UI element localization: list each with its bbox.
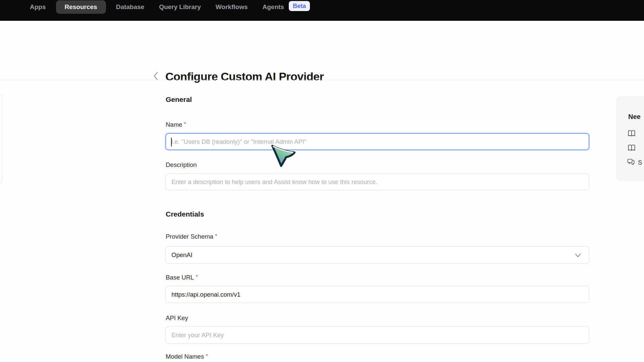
name-field-label: Name*: [166, 121, 186, 128]
back-button[interactable]: [150, 71, 162, 82]
model-names-field-label: Model Names*: [166, 353, 208, 360]
section-heading-general: General: [166, 96, 192, 104]
chat-icon: [627, 158, 635, 167]
help-link-label: S: [638, 159, 642, 166]
header-divider: [0, 80, 644, 80]
section-heading-credentials: Credentials: [166, 210, 204, 218]
help-card-heading: Nee: [628, 113, 641, 121]
base-url-field-label: Base URL*: [166, 274, 198, 281]
book-icon: [628, 130, 636, 138]
base-url-label-text: Base URL: [166, 274, 194, 281]
required-asterisk: *: [215, 233, 217, 239]
required-asterisk: *: [196, 274, 198, 280]
description-input[interactable]: [165, 174, 589, 190]
api-key-input[interactable]: [165, 326, 589, 344]
provider-schema-field-label: Provider Schema*: [166, 233, 217, 240]
page-header: Configure Custom AI Provider: [0, 21, 644, 80]
beta-badge: Beta: [289, 1, 310, 11]
model-names-label-text: Model Names: [166, 353, 204, 360]
description-field-label: Description: [166, 161, 197, 169]
top-navigation-bar: Apps Resources Database Query Library Wo…: [0, 0, 644, 21]
nav-tab-apps[interactable]: Apps: [25, 0, 51, 14]
required-asterisk: *: [206, 353, 208, 359]
provider-schema-select[interactable]: OpenAI: [165, 246, 589, 263]
provider-schema-label-text: Provider Schema: [166, 233, 213, 240]
page-title: Configure Custom AI Provider: [165, 70, 324, 83]
book-icon: [628, 144, 636, 153]
help-link-support[interactable]: S: [627, 158, 642, 167]
api-key-field-label: API Key: [166, 314, 188, 322]
nav-tab-workflows[interactable]: Workflows: [211, 0, 253, 14]
nav-tab-resources[interactable]: Resources: [56, 0, 106, 14]
text-caret: [171, 138, 172, 146]
back-chevron-icon: [153, 72, 159, 82]
required-asterisk: *: [184, 121, 186, 127]
base-url-input[interactable]: [165, 286, 589, 303]
nav-tab-database[interactable]: Database: [111, 0, 149, 14]
left-carousel-card-edge: [0, 95, 3, 183]
name-label-text: Name: [166, 121, 182, 128]
help-link-docs[interactable]: [628, 130, 639, 138]
help-link-guides[interactable]: [628, 144, 639, 153]
name-input[interactable]: [165, 133, 589, 150]
chevron-down-icon: [574, 252, 582, 261]
help-card: Nee S: [616, 97, 644, 180]
nav-tab-query-library[interactable]: Query Library: [154, 0, 206, 14]
provider-schema-selected-value: OpenAI: [171, 251, 193, 259]
nav-tab-agents[interactable]: Agents: [258, 0, 285, 14]
